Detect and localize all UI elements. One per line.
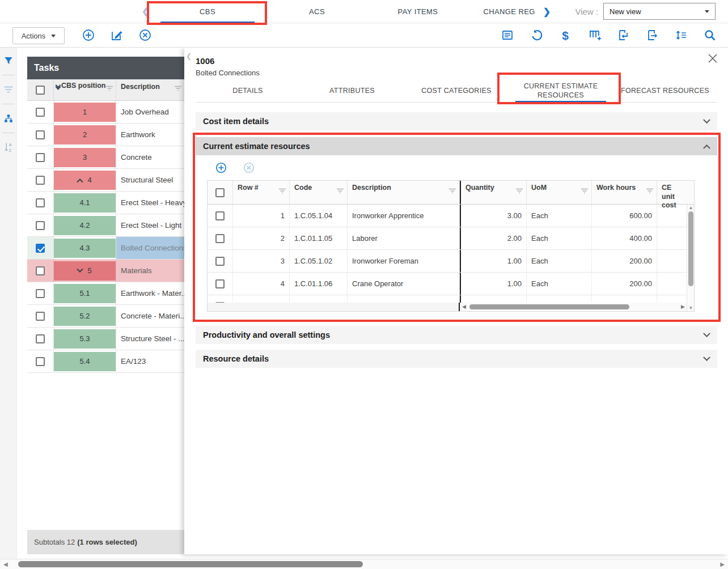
filter-column-icon[interactable] (646, 188, 654, 197)
resource-row[interactable]: 1 1.C.05.1.04 Ironworker Apprentice 3.00… (208, 205, 694, 227)
search-icon[interactable] (703, 28, 717, 42)
tab-scroll-left-icon[interactable]: ❮ (142, 6, 149, 16)
import-icon[interactable] (616, 28, 630, 42)
section-current-estimate-resources[interactable]: Current estimate resources (196, 137, 717, 155)
filter-column-icon[interactable] (105, 85, 113, 93)
cbs-position-column-header[interactable]: CBS position (54, 79, 116, 100)
expand-chevron-icon[interactable] (77, 266, 83, 272)
expand-chevron-icon[interactable] (77, 179, 83, 185)
sort-az-icon[interactable]: AZ (0, 139, 17, 156)
tab-forecast-resources[interactable]: FORECAST RESOURCES (613, 79, 717, 103)
task-row[interactable]: 5.3 Structure Steel - ... (27, 328, 184, 350)
description-column-header[interactable]: Description (348, 181, 460, 204)
tab-details[interactable]: DETAILS (196, 79, 300, 103)
row-checkbox[interactable] (36, 334, 45, 343)
resource-row[interactable]: 3 1.C.05.1.02 Ironworker Foreman 1.00 Ea… (208, 250, 694, 273)
cbs-position-cell[interactable]: 4 (54, 169, 116, 191)
row-checkbox[interactable] (36, 357, 45, 366)
row-checkbox[interactable] (215, 257, 225, 266)
row-checkbox[interactable] (36, 221, 45, 230)
task-row[interactable]: 4.3 Bolted Connections (27, 237, 184, 260)
scroll-up-icon[interactable]: ▲ (688, 205, 694, 210)
filter-column-icon[interactable] (448, 188, 456, 197)
task-description-cell[interactable]: Materials (116, 260, 184, 282)
scroll-right-icon[interactable]: ▶ (681, 304, 685, 309)
tab-acs[interactable]: ACS (266, 0, 367, 23)
row-checkbox[interactable] (215, 279, 225, 288)
currency-icon[interactable]: $ (558, 28, 572, 42)
cbs-position-cell[interactable]: 2 (54, 124, 116, 146)
task-row[interactable]: 4.2 Erect Steel - Light (27, 214, 184, 237)
filter-column-icon[interactable] (581, 188, 589, 197)
export-icon[interactable] (645, 28, 659, 42)
row-checkbox[interactable] (36, 312, 45, 321)
section-cost-item-details[interactable]: Cost item details (196, 112, 717, 130)
row-checkbox[interactable] (215, 234, 225, 243)
tab-current-estimate-resources[interactable]: CURRENT ESTIMATE RESOURCES (509, 79, 613, 103)
add-column-icon[interactable] (587, 28, 601, 42)
task-description-cell[interactable]: Earthwork - Mater... (116, 282, 184, 304)
task-row[interactable]: 5.1 Earthwork - Mater... (27, 282, 184, 305)
task-row[interactable]: 5.4 EA/123 (27, 350, 184, 373)
task-description-cell[interactable]: Concrete (116, 146, 184, 168)
tab-cost-categories[interactable]: COST CATEGORIES (404, 79, 509, 103)
hierarchy-icon[interactable] (0, 110, 17, 127)
task-row[interactable]: 2 Earthwork (27, 124, 184, 146)
task-description-cell[interactable]: Structure Steel - ... (116, 328, 184, 350)
delete-icon[interactable] (138, 28, 152, 42)
task-description-cell[interactable]: Erect Steel - Light (116, 214, 184, 236)
task-description-cell[interactable]: Erect Steel - Heavy (116, 192, 184, 214)
cbs-position-cell[interactable]: 4.2 (54, 214, 116, 236)
resource-row[interactable]: 2 1.C.01.1.05 Laborer 2.00 Each 400.00 (208, 227, 694, 250)
cbs-position-cell[interactable]: 4.1 (54, 192, 116, 214)
task-row[interactable]: 5 Materials (27, 260, 184, 282)
filter-column-icon[interactable] (278, 188, 286, 197)
filter-column-icon[interactable] (515, 188, 523, 197)
cbs-position-cell[interactable]: 4.3 (54, 237, 116, 259)
filter-column-icon[interactable] (174, 85, 182, 93)
task-description-cell[interactable]: EA/123 (116, 350, 184, 372)
section-productivity[interactable]: Productivity and overall settings (196, 326, 717, 344)
task-row[interactable]: 4.1 Erect Steel - Heavy (27, 192, 184, 214)
task-row[interactable]: 4 Structural Steel (27, 169, 184, 192)
cbs-position-cell[interactable]: 5.3 (54, 328, 116, 350)
row-checkbox[interactable] (36, 153, 45, 162)
undo-icon[interactable] (530, 28, 543, 42)
cbs-position-cell[interactable]: 5.2 (54, 305, 116, 327)
scrollbar-thumb[interactable] (469, 304, 629, 309)
task-description-cell[interactable]: Earthwork (116, 124, 184, 146)
panel-collapse-icon[interactable]: ❮ (186, 52, 192, 60)
work-hours-column-header[interactable]: Work hours (592, 181, 657, 204)
scroll-left-icon[interactable]: ◀ (462, 304, 466, 309)
task-row[interactable]: 5.2 Concrete - Materi... (27, 305, 184, 328)
scroll-down-icon[interactable]: ▼ (688, 305, 694, 311)
row-checkbox[interactable] (36, 244, 45, 253)
close-icon[interactable] (706, 52, 719, 65)
task-row[interactable]: 1 Job Overhead (27, 101, 184, 124)
task-description-cell[interactable]: Bolted Connections (116, 237, 184, 259)
scroll-right-icon[interactable]: ▶ (720, 561, 725, 567)
select-all-checkbox[interactable] (36, 86, 45, 95)
delete-resource-icon[interactable] (242, 161, 256, 175)
filter-rows-icon[interactable] (0, 81, 17, 98)
ce-unit-cost-column-header[interactable]: CE unit cost (657, 181, 687, 204)
row-checkbox[interactable] (36, 176, 45, 185)
filter-icon[interactable] (0, 52, 17, 69)
tab-attributes[interactable]: ATTRIBUTES (300, 79, 404, 103)
tab-change-reg[interactable]: CHANGE REG ❯ (468, 0, 566, 23)
description-column-header[interactable]: Description (116, 79, 184, 100)
select-all-checkbox[interactable] (215, 188, 225, 197)
cbs-position-cell[interactable]: 3 (54, 146, 116, 168)
row-checkbox[interactable] (36, 266, 45, 275)
row-checkbox[interactable] (36, 108, 45, 117)
row-number-column-header[interactable]: Row # (233, 181, 290, 204)
tab-scroll-right-icon[interactable]: ❯ (543, 6, 551, 17)
cbs-position-cell[interactable]: 5 (54, 260, 116, 282)
add-resource-icon[interactable] (214, 161, 228, 175)
uom-column-header[interactable]: UoM (527, 181, 592, 204)
edit-icon[interactable] (110, 28, 124, 42)
task-row[interactable]: 3 Concrete (27, 146, 184, 169)
cbs-position-cell[interactable]: 1 (54, 101, 116, 123)
resource-row[interactable]: 4 1.C.01.1.06 Crane Operator 1.00 Each 2… (208, 273, 694, 295)
task-description-cell[interactable]: Concrete - Materi... (116, 305, 184, 327)
